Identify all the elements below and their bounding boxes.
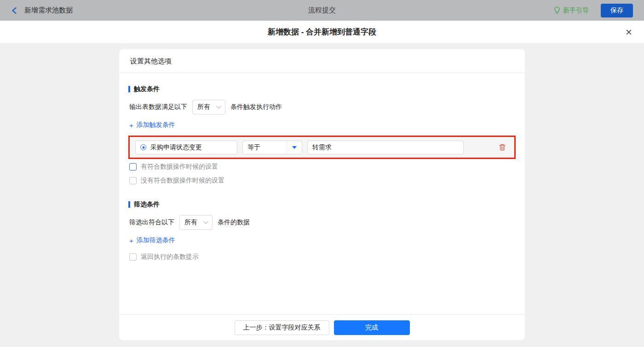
topbar: 新增需求池数据 流程提交 新手引导 保存: [0, 0, 644, 21]
topbar-actions: 新手引导 保存: [554, 4, 633, 17]
lightbulb-icon: [554, 6, 560, 14]
checkbox-no-match-label: 没有符合数据操作时候的设置: [141, 176, 224, 185]
condition-operator-value: 等于: [243, 143, 287, 152]
chevron-left-icon[interactable]: [11, 7, 17, 14]
trash-icon[interactable]: [499, 143, 506, 151]
condition-field-value: 采购申请状态变更: [150, 143, 202, 152]
section-bar-icon: [128, 201, 130, 208]
trigger-sentence-prefix: 输出表数据满足以下: [129, 103, 187, 111]
filter-match-value: 所有: [184, 218, 197, 227]
condition-operator-select[interactable]: 等于: [242, 141, 302, 154]
operator-dropdown-arrow-zone[interactable]: [287, 141, 302, 154]
done-button[interactable]: 完成: [334, 320, 410, 335]
add-filter-condition-link[interactable]: + 添加筛选条件: [129, 236, 175, 245]
close-icon[interactable]: ×: [626, 27, 632, 38]
filter-section-title: 筛选条件: [128, 200, 516, 209]
dialog-header: 新增数据 - 合并新增到普通字段 ×: [0, 21, 644, 44]
trigger-match-value: 所有: [197, 103, 210, 111]
filter-section-label: 筛选条件: [134, 200, 160, 209]
page-title: 流程提交: [0, 6, 644, 15]
chevron-down-icon: [203, 221, 208, 224]
section-bar-icon: [128, 86, 130, 92]
trigger-sentence-suffix: 条件触发执行动作: [230, 103, 282, 111]
trigger-section-title: 触发条件: [128, 85, 516, 93]
condition-value-input[interactable]: 转需求: [307, 141, 464, 154]
panel-body: 触发条件 输出表数据满足以下 所有 条件触发执行动作 + 添加触发条件: [119, 73, 525, 314]
previous-step-button[interactable]: 上一步：设置字段对应关系: [235, 320, 329, 335]
triangle-down-icon: [292, 146, 297, 149]
trigger-section-label: 触发条件: [134, 85, 160, 93]
checkbox-row-count-tip: 返回执行的条数提示: [129, 253, 516, 261]
checkbox-count-tip-label: 返回执行的条数提示: [141, 253, 199, 261]
dialog-title: 新增数据 - 合并新增到普通字段: [268, 27, 376, 37]
checkbox-has-match-label: 有符合数据操作时候的设置: [141, 163, 218, 171]
radio-selected-icon: [140, 144, 146, 150]
options-panel: 设置其他选项 触发条件 输出表数据满足以下 所有 条件触发执行动作 + 添: [119, 49, 525, 340]
trigger-match-sentence: 输出表数据满足以下 所有 条件触发执行动作: [129, 100, 516, 114]
filter-sentence-suffix: 条件的数据: [218, 218, 250, 227]
plus-icon: +: [129, 121, 133, 129]
guide-label: 新手引导: [563, 6, 589, 15]
checkbox-count-tip[interactable]: [129, 253, 137, 261]
plus-icon: +: [129, 237, 133, 245]
dialog-body: 设置其他选项 触发条件 输出表数据满足以下 所有 条件触发执行动作 + 添: [0, 44, 644, 347]
filter-match-select[interactable]: 所有: [179, 215, 213, 230]
panel-header: 设置其他选项: [119, 49, 525, 73]
filter-match-sentence: 筛选出符合以下 所有 条件的数据: [129, 215, 516, 230]
panel-footer: 上一步：设置字段对应关系 完成: [119, 314, 525, 340]
chevron-down-icon: [216, 106, 221, 109]
topbar-back-group[interactable]: 新增需求池数据: [11, 6, 73, 15]
add-filter-condition-label: 添加筛选条件: [137, 236, 175, 245]
add-trigger-condition-link[interactable]: + 添加触发条件: [129, 121, 175, 129]
checkbox-no-match[interactable]: [129, 177, 137, 184]
filter-sentence-prefix: 筛选出符合以下: [129, 218, 174, 227]
guide-link[interactable]: 新手引导: [554, 6, 589, 15]
back-label: 新增需求池数据: [24, 6, 73, 15]
condition-field-input[interactable]: 采购申请状态变更: [135, 141, 237, 154]
save-button[interactable]: 保存: [601, 4, 633, 17]
checkbox-has-match[interactable]: [129, 163, 137, 171]
trigger-match-select[interactable]: 所有: [192, 100, 225, 114]
condition-value-text: 转需求: [312, 143, 332, 152]
checkbox-row-has-match: 有符合数据操作时候的设置: [129, 163, 516, 171]
trigger-condition-row: 采购申请状态变更 等于 转需求: [128, 136, 516, 159]
add-trigger-condition-label: 添加触发条件: [137, 121, 175, 129]
checkbox-row-no-match: 没有符合数据操作时候的设置: [129, 176, 516, 185]
